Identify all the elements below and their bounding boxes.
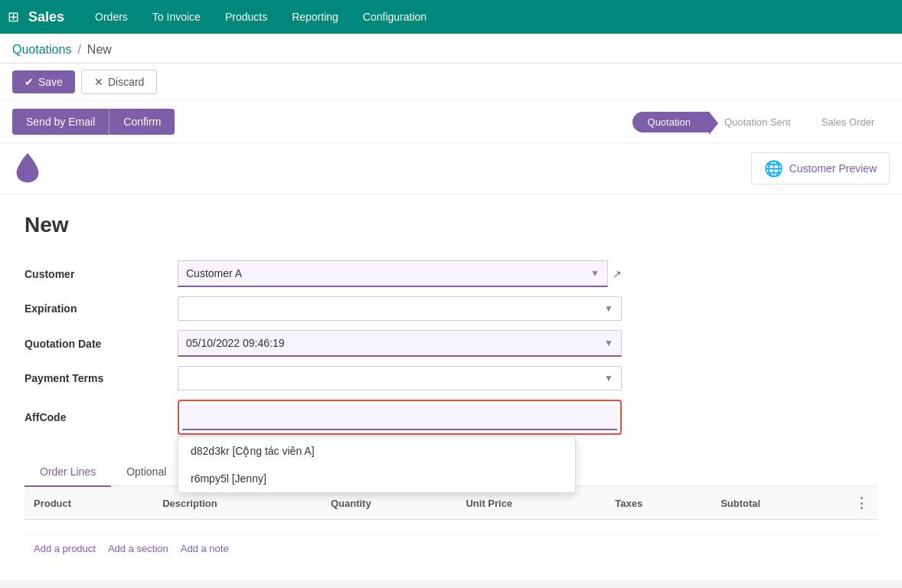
customer-preview-button[interactable]: 🌐 Customer Preview	[751, 152, 890, 185]
discard-x-icon: ✕	[94, 76, 103, 88]
customer-label: Customer	[25, 256, 178, 292]
nav-to-invoice[interactable]: To Invoice	[140, 0, 213, 34]
col-subtotal: Subtotal	[711, 487, 845, 520]
col-taxes: Taxes	[606, 487, 711, 520]
status-steps: Quotation Quotation Sent Sales Order	[632, 112, 890, 132]
payment-terms-dropdown-arrow: ▼	[604, 373, 613, 384]
add-product-link[interactable]: Add a product	[34, 543, 96, 554]
col-product: Product	[25, 487, 153, 520]
customer-dropdown-arrow: ▼	[590, 268, 600, 279]
expiration-input[interactable]: ▼	[178, 296, 622, 321]
globe-icon: 🌐	[764, 159, 783, 178]
payment-terms-label: Payment Terms	[25, 361, 178, 395]
app-name[interactable]: Sales	[28, 9, 64, 25]
table-actions: Add a product Add a section Add a note	[25, 535, 877, 562]
payment-terms-field: ▼	[178, 361, 622, 395]
affcode-wrapper: d82d3kr [Cộng tác viên A] r6mpy5l [Jenny…	[178, 400, 622, 435]
affcode-label: AffCode	[25, 395, 178, 439]
nav-reporting[interactable]: Reporting	[279, 0, 351, 34]
expiration-dropdown-arrow: ▼	[604, 303, 613, 314]
status-step-sales-order[interactable]: Sales Order	[806, 112, 890, 132]
add-section-link[interactable]: Add a section	[108, 543, 168, 554]
status-bar: Send by Email Confirm Quotation Quotatio…	[0, 101, 902, 143]
quotation-date-label: Quotation Date	[25, 325, 178, 361]
save-check-icon: ✔	[25, 76, 34, 88]
table-empty-row	[25, 520, 877, 535]
add-note-link[interactable]: Add a note	[181, 543, 229, 554]
customer-external-link-icon[interactable]: ↗	[613, 268, 622, 280]
tab-order-lines[interactable]: Order Lines	[25, 458, 111, 487]
payment-terms-input[interactable]: ▼	[178, 366, 622, 390]
table-kebab-icon[interactable]: ⋮	[855, 495, 868, 511]
breadcrumb-quotations-link[interactable]: Quotations	[12, 43, 71, 57]
quotation-date-value: 05/10/2022 09:46:19	[186, 337, 284, 349]
status-step-quotation-sent[interactable]: Quotation Sent	[709, 112, 806, 132]
customer-preview-label: Customer Preview	[789, 162, 877, 175]
order-lines-table: Product Description Quantity Unit Price …	[25, 487, 877, 535]
discard-button[interactable]: ✕ Discard	[81, 70, 157, 94]
save-label: Save	[38, 76, 63, 88]
form-title: New	[25, 213, 877, 237]
breadcrumb: Quotations / New	[0, 34, 902, 64]
quotation-date-input[interactable]: 05/10/2022 09:46:19 ▼	[178, 330, 622, 357]
nav-orders[interactable]: Orders	[83, 0, 140, 34]
customer-input[interactable]: Customer A ▼	[178, 260, 608, 287]
top-navigation: ⊞ Sales Orders To Invoice Products Repor…	[0, 0, 902, 34]
col-actions: ⋮	[845, 487, 877, 520]
affcode-option-2[interactable]: r6mpy5l [Jenny]	[178, 465, 575, 492]
expiration-label: Expiration	[25, 292, 178, 325]
nav-products[interactable]: Products	[213, 0, 279, 34]
affcode-input[interactable]	[182, 404, 617, 430]
customer-value: Customer A	[186, 267, 242, 279]
logo-bar: 🌐 Customer Preview	[0, 143, 902, 194]
app-grid-icon[interactable]: ⊞	[8, 8, 19, 25]
quotation-date-dropdown-arrow: ▼	[604, 338, 613, 348]
affcode-field: d82d3kr [Cộng tác viên A] r6mpy5l [Jenny…	[178, 395, 622, 439]
save-button[interactable]: ✔ Save	[12, 70, 75, 93]
customer-field: Customer A ▼ ↗	[178, 256, 622, 292]
company-logo	[12, 153, 43, 184]
send-email-button[interactable]: Send by Email	[12, 109, 109, 135]
confirm-button[interactable]: Confirm	[109, 109, 175, 135]
tab-optional[interactable]: Optional	[111, 458, 181, 487]
form-fields: Customer Customer A ▼ ↗ Expiration ▼	[25, 256, 622, 439]
main-content: New Customer Customer A ▼ ↗ Expiration ▼	[0, 194, 902, 580]
affcode-dropdown: d82d3kr [Cộng tác viên A] r6mpy5l [Jenny…	[178, 436, 576, 493]
action-buttons: Send by Email Confirm	[12, 109, 175, 135]
affcode-option-1[interactable]: d82d3kr [Cộng tác viên A]	[178, 437, 575, 465]
discard-label: Discard	[108, 76, 144, 88]
status-step-quotation[interactable]: Quotation	[632, 112, 709, 132]
breadcrumb-current: New	[87, 43, 112, 57]
quotation-form: New Customer Customer A ▼ ↗ Expiration ▼	[0, 194, 902, 580]
quotation-date-field: 05/10/2022 09:46:19 ▼	[178, 325, 622, 361]
action-bar: ✔ Save ✕ Discard	[0, 64, 902, 101]
expiration-field: ▼	[178, 292, 622, 325]
breadcrumb-separator: /	[77, 43, 80, 57]
nav-configuration[interactable]: Configuration	[351, 0, 439, 34]
